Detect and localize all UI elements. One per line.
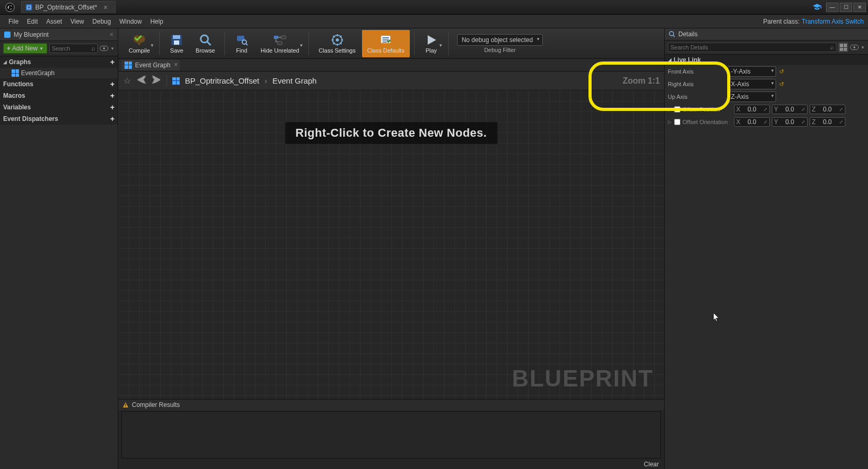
tree-group-event-dispatchers[interactable]: Event Dispatchers + (0, 113, 118, 125)
warning-icon (122, 402, 129, 408)
svg-line-21 (673, 35, 675, 37)
play-button[interactable]: Play ▼ (419, 30, 444, 57)
graph-tabs: Event Graph × (118, 59, 664, 72)
compiler-clear-button[interactable]: Clear (644, 461, 659, 468)
reset-to-default-icon[interactable]: ↺ (779, 68, 784, 75)
add-macro-icon[interactable]: + (110, 91, 115, 100)
graph-breadcrumb-bar: ☆ ⮜ ⮞ BP_Optritrack_Offset › Event Graph… (118, 72, 664, 90)
my-blueprint-search[interactable]: ⌕ (49, 44, 98, 53)
offset-orientation-checkbox[interactable] (674, 119, 680, 125)
find-button[interactable]: Find (229, 30, 254, 57)
offset-orientation-y[interactable]: Y0.0⤢ (772, 117, 808, 127)
front-axis-select[interactable]: -Y-Axis (728, 66, 776, 77)
add-dispatcher-icon[interactable]: + (110, 115, 115, 123)
search-input[interactable] (52, 45, 91, 52)
tree-group-graphs[interactable]: ◢Graphs + (0, 56, 118, 68)
browse-button[interactable]: Browse (190, 30, 220, 57)
window-tab[interactable]: BP_Optritrack_Offset* × (21, 1, 116, 13)
event-graph-tab[interactable]: Event Graph × (121, 60, 180, 70)
offset-position-x[interactable]: X0.0⤢ (734, 105, 770, 114)
window-minimize-button[interactable]: — (826, 3, 839, 12)
nav-back-button[interactable]: ⮜ (137, 76, 147, 86)
expand-icon[interactable]: ▷ (668, 107, 672, 112)
up-axis-select[interactable]: Z-Axis (728, 91, 776, 102)
add-new-button[interactable]: + Add New ▼ (3, 43, 47, 54)
category-live-link[interactable]: ◢ Live Link (665, 55, 868, 65)
menu-view[interactable]: View (66, 15, 88, 28)
offset-orientation-x[interactable]: X0.0⤢ (734, 117, 770, 127)
menu-debug[interactable]: Debug (88, 15, 115, 28)
svg-rect-12 (274, 36, 278, 39)
graph-icon (172, 77, 180, 85)
svg-line-8 (207, 42, 211, 45)
details-tab[interactable]: Details (665, 28, 868, 40)
expand-icon[interactable]: ▷ (668, 119, 672, 125)
graph-icon (12, 69, 19, 77)
details-search-input[interactable] (670, 44, 830, 50)
offset-position-z[interactable]: Z0.0⤢ (810, 105, 845, 114)
class-defaults-button[interactable]: Class Defaults (362, 30, 410, 57)
right-axis-select[interactable]: X-Axis (728, 79, 776, 89)
svg-point-7 (201, 35, 208, 43)
parent-class-label: Parent class: (763, 18, 799, 25)
close-icon[interactable]: × (174, 61, 178, 68)
details-search[interactable]: ⌕ (668, 43, 836, 52)
window-close-button[interactable]: ✕ (853, 3, 866, 12)
compiler-results-tab[interactable]: Compiler Results (118, 399, 664, 410)
menubar: File Edit Asset View Debug Window Help P… (0, 15, 868, 28)
menu-asset[interactable]: Asset (42, 15, 66, 28)
debug-filter-label: Debug Filter (484, 47, 515, 53)
hide-unrelated-button[interactable]: Hide Unrelated ▼ (255, 30, 304, 57)
save-button[interactable]: Save (164, 30, 189, 57)
main-toolbar: Compile ▼ Save Browse Find Hide Unrelate… (118, 28, 664, 59)
breadcrumb-root[interactable]: BP_Optritrack_Offset (185, 76, 259, 85)
menu-file[interactable]: File (4, 15, 23, 28)
window-maximize-button[interactable]: ☐ (840, 3, 852, 12)
compile-button[interactable]: Compile ▼ (123, 30, 155, 57)
chevron-down-icon: ▼ (439, 43, 443, 48)
compiler-results-output (121, 411, 661, 458)
prop-front-axis: Front Axis -Y-Axis ↺ (665, 65, 868, 78)
close-icon[interactable]: × (109, 30, 113, 38)
tree-group-variables[interactable]: Variables + (0, 101, 118, 113)
property-matrix-button[interactable] (839, 43, 848, 52)
add-graph-icon[interactable]: + (110, 58, 115, 66)
nav-forward-button[interactable]: ⮞ (152, 76, 161, 86)
menu-help[interactable]: Help (146, 15, 168, 28)
prop-offset-orientation: ▷ Offset Orientation X0.0⤢ Y0.0⤢ Z0.0⤢ (665, 116, 868, 128)
prop-up-axis: Up Axis Z-Axis (665, 90, 868, 103)
menu-window[interactable]: Window (115, 15, 146, 28)
reset-to-default-icon[interactable]: ↺ (779, 81, 784, 88)
offset-position-label: Offset Position (683, 106, 732, 113)
tree-group-macros[interactable]: Macros + (0, 90, 118, 101)
eye-icon[interactable] (850, 45, 859, 50)
eye-icon[interactable] (100, 46, 108, 51)
breadcrumb-separator-icon: › (264, 76, 267, 85)
parent-class-link[interactable]: Transform Axis Switch (802, 18, 864, 25)
svg-rect-14 (277, 42, 282, 45)
search-icon: ⌕ (91, 45, 95, 52)
tree-item-eventgraph[interactable]: EventGraph (0, 68, 118, 78)
add-function-icon[interactable]: + (110, 80, 115, 88)
menu-edit[interactable]: Edit (23, 15, 42, 28)
offset-orientation-label: Offset Orientation (683, 119, 732, 125)
chevron-down-icon[interactable]: ▼ (110, 46, 115, 51)
search-icon: ⌕ (830, 44, 834, 51)
window-titlebar: BP_Optritrack_Offset* × — ☐ ✕ (0, 0, 868, 15)
tab-close-icon[interactable]: × (104, 3, 108, 12)
class-settings-button[interactable]: Class Settings (313, 30, 360, 57)
tree-group-functions[interactable]: Functions + (0, 78, 118, 90)
my-blueprint-tab[interactable]: My Blueprint × (0, 28, 118, 41)
favorite-star-icon[interactable]: ☆ (122, 76, 132, 86)
offset-orientation-z[interactable]: Z0.0⤢ (810, 117, 845, 127)
debug-object-select[interactable]: No debug object selected (457, 34, 543, 46)
offset-position-checkbox[interactable] (674, 106, 680, 113)
graph-canvas[interactable]: Right-Click to Create New Nodes. BLUEPRI… (118, 90, 664, 399)
graduation-cap-icon[interactable] (812, 3, 822, 12)
svg-rect-6 (174, 40, 179, 45)
offset-position-y[interactable]: Y0.0⤢ (772, 105, 808, 114)
chevron-down-icon[interactable]: ▼ (861, 45, 865, 50)
breadcrumb-leaf[interactable]: Event Graph (272, 76, 316, 85)
my-blueprint-title: My Blueprint (14, 31, 49, 38)
add-variable-icon[interactable]: + (110, 103, 115, 111)
